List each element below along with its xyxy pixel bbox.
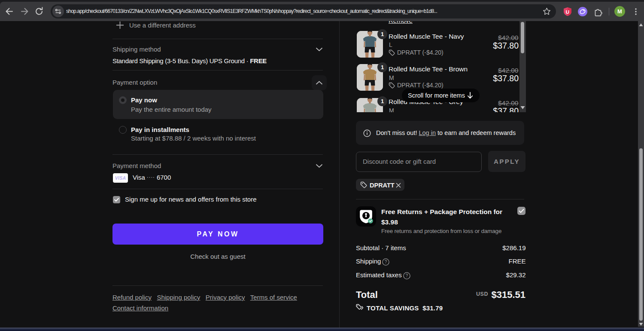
svg-text:?: ? bbox=[406, 273, 408, 278]
svg-text:U: U bbox=[566, 9, 569, 15]
svg-text:?: ? bbox=[385, 260, 387, 264]
